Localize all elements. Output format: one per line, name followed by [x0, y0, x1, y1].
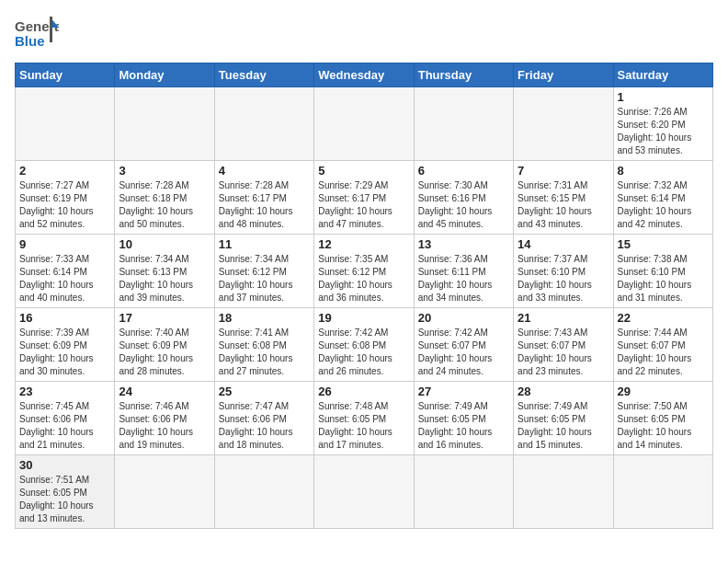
day-number: 9: [19, 237, 110, 251]
day-info: Sunrise: 7:42 AM Sunset: 6:07 PM Dayligh…: [418, 327, 509, 378]
day-info: Sunrise: 7:50 AM Sunset: 6:05 PM Dayligh…: [618, 400, 709, 452]
weekday-header-thursday: Thursday: [414, 63, 513, 87]
day-number: 6: [418, 164, 509, 178]
weekday-header-friday: Friday: [514, 63, 613, 87]
day-number: 22: [618, 311, 709, 325]
day-info: Sunrise: 7:29 AM Sunset: 6:17 PM Dayligh…: [318, 179, 409, 231]
day-number: 28: [518, 385, 609, 398]
day-number: 13: [418, 237, 509, 251]
calendar-cell: 10Sunrise: 7:34 AM Sunset: 6:13 PM Dayli…: [115, 235, 214, 308]
day-info: Sunrise: 7:26 AM Sunset: 6:20 PM Dayligh…: [618, 106, 709, 157]
day-info: Sunrise: 7:44 AM Sunset: 6:07 PM Dayligh…: [618, 327, 709, 378]
calendar-cell: [115, 87, 214, 161]
day-number: 5: [318, 164, 409, 178]
calendar-cell: 22Sunrise: 7:44 AM Sunset: 6:07 PM Dayli…: [613, 308, 712, 382]
day-number: 7: [518, 164, 609, 178]
day-number: 27: [418, 385, 509, 398]
day-info: Sunrise: 7:38 AM Sunset: 6:10 PM Dayligh…: [618, 253, 709, 304]
calendar-cell: [414, 87, 513, 161]
day-number: 4: [219, 164, 310, 178]
calendar-cell: 8Sunrise: 7:32 AM Sunset: 6:14 PM Daylig…: [613, 161, 712, 235]
calendar-cell: [314, 455, 414, 529]
calendar-cell: 7Sunrise: 7:31 AM Sunset: 6:15 PM Daylig…: [514, 161, 613, 235]
day-info: Sunrise: 7:36 AM Sunset: 6:11 PM Dayligh…: [418, 253, 509, 304]
calendar-week-row: 30Sunrise: 7:51 AM Sunset: 6:05 PM Dayli…: [16, 455, 713, 529]
day-info: Sunrise: 7:48 AM Sunset: 6:05 PM Dayligh…: [318, 400, 409, 452]
calendar-cell: [214, 455, 313, 529]
weekday-header-sunday: Sunday: [16, 63, 115, 87]
day-info: Sunrise: 7:47 AM Sunset: 6:06 PM Dayligh…: [219, 400, 310, 452]
day-number: 12: [318, 237, 409, 251]
calendar-cell: 4Sunrise: 7:28 AM Sunset: 6:17 PM Daylig…: [214, 161, 313, 235]
day-number: 15: [618, 237, 709, 251]
calendar-cell: 2Sunrise: 7:27 AM Sunset: 6:19 PM Daylig…: [16, 161, 115, 235]
calendar-cell: [314, 87, 414, 161]
calendar-cell: [514, 455, 613, 529]
calendar-table: SundayMondayTuesdayWednesdayThursdayFrid…: [15, 63, 713, 529]
calendar-week-row: 16Sunrise: 7:39 AM Sunset: 6:09 PM Dayli…: [16, 308, 713, 382]
svg-rect-3: [50, 17, 52, 42]
calendar-week-row: 9Sunrise: 7:33 AM Sunset: 6:14 PM Daylig…: [16, 235, 713, 308]
day-info: Sunrise: 7:49 AM Sunset: 6:05 PM Dayligh…: [518, 400, 609, 452]
calendar-cell: 13Sunrise: 7:36 AM Sunset: 6:11 PM Dayli…: [414, 235, 513, 308]
calendar-week-row: 2Sunrise: 7:27 AM Sunset: 6:19 PM Daylig…: [16, 161, 713, 235]
weekday-header-row: SundayMondayTuesdayWednesdayThursdayFrid…: [16, 63, 713, 87]
day-number: 10: [119, 237, 210, 251]
logo: General Blue: [15, 15, 61, 55]
calendar-cell: [514, 87, 613, 161]
day-info: Sunrise: 7:45 AM Sunset: 6:06 PM Dayligh…: [19, 400, 110, 452]
calendar-cell: 20Sunrise: 7:42 AM Sunset: 6:07 PM Dayli…: [414, 308, 513, 382]
calendar-cell: 15Sunrise: 7:38 AM Sunset: 6:10 PM Dayli…: [613, 235, 712, 308]
day-info: Sunrise: 7:46 AM Sunset: 6:06 PM Dayligh…: [119, 400, 210, 452]
calendar-cell: 16Sunrise: 7:39 AM Sunset: 6:09 PM Dayli…: [16, 308, 115, 382]
day-number: 23: [19, 385, 110, 398]
day-number: 8: [618, 164, 709, 178]
day-info: Sunrise: 7:34 AM Sunset: 6:12 PM Dayligh…: [219, 253, 310, 304]
day-info: Sunrise: 7:42 AM Sunset: 6:08 PM Dayligh…: [318, 327, 409, 378]
day-info: Sunrise: 7:34 AM Sunset: 6:13 PM Dayligh…: [119, 253, 210, 304]
calendar-cell: 29Sunrise: 7:50 AM Sunset: 6:05 PM Dayli…: [613, 382, 712, 455]
weekday-header-saturday: Saturday: [613, 63, 712, 87]
day-number: 30: [19, 458, 110, 472]
day-info: Sunrise: 7:30 AM Sunset: 6:16 PM Dayligh…: [418, 179, 509, 231]
day-info: Sunrise: 7:31 AM Sunset: 6:15 PM Dayligh…: [518, 179, 609, 231]
day-info: Sunrise: 7:51 AM Sunset: 6:05 PM Dayligh…: [19, 474, 110, 525]
day-info: Sunrise: 7:37 AM Sunset: 6:10 PM Dayligh…: [518, 253, 609, 304]
day-number: 29: [618, 385, 709, 398]
day-info: Sunrise: 7:40 AM Sunset: 6:09 PM Dayligh…: [119, 327, 210, 378]
calendar-cell: 19Sunrise: 7:42 AM Sunset: 6:08 PM Dayli…: [314, 308, 414, 382]
day-info: Sunrise: 7:32 AM Sunset: 6:14 PM Dayligh…: [618, 179, 709, 231]
calendar-cell: 3Sunrise: 7:28 AM Sunset: 6:18 PM Daylig…: [115, 161, 214, 235]
calendar-cell: 27Sunrise: 7:49 AM Sunset: 6:05 PM Dayli…: [414, 382, 513, 455]
calendar-cell: 5Sunrise: 7:29 AM Sunset: 6:17 PM Daylig…: [314, 161, 414, 235]
calendar-cell: 9Sunrise: 7:33 AM Sunset: 6:14 PM Daylig…: [16, 235, 115, 308]
day-number: 18: [219, 311, 310, 325]
day-info: Sunrise: 7:27 AM Sunset: 6:19 PM Dayligh…: [19, 179, 110, 231]
day-info: Sunrise: 7:35 AM Sunset: 6:12 PM Dayligh…: [318, 253, 409, 304]
calendar-week-row: 23Sunrise: 7:45 AM Sunset: 6:06 PM Dayli…: [16, 382, 713, 455]
day-info: Sunrise: 7:43 AM Sunset: 6:07 PM Dayligh…: [518, 327, 609, 378]
calendar-cell: [16, 87, 115, 161]
day-info: Sunrise: 7:39 AM Sunset: 6:09 PM Dayligh…: [19, 327, 110, 378]
day-info: Sunrise: 7:49 AM Sunset: 6:05 PM Dayligh…: [418, 400, 509, 452]
weekday-header-monday: Monday: [115, 63, 214, 87]
calendar-cell: 24Sunrise: 7:46 AM Sunset: 6:06 PM Dayli…: [115, 382, 214, 455]
day-number: 14: [518, 237, 609, 251]
calendar-cell: 14Sunrise: 7:37 AM Sunset: 6:10 PM Dayli…: [514, 235, 613, 308]
calendar-cell: 12Sunrise: 7:35 AM Sunset: 6:12 PM Dayli…: [314, 235, 414, 308]
calendar-cell: [613, 455, 712, 529]
day-info: Sunrise: 7:41 AM Sunset: 6:08 PM Dayligh…: [219, 327, 310, 378]
weekday-header-wednesday: Wednesday: [314, 63, 414, 87]
calendar-cell: 18Sunrise: 7:41 AM Sunset: 6:08 PM Dayli…: [214, 308, 313, 382]
day-number: 25: [219, 385, 310, 398]
weekday-header-tuesday: Tuesday: [214, 63, 313, 87]
day-number: 16: [19, 311, 110, 325]
svg-text:Blue: Blue: [15, 33, 45, 49]
day-info: Sunrise: 7:28 AM Sunset: 6:18 PM Dayligh…: [119, 179, 210, 231]
day-number: 20: [418, 311, 509, 325]
calendar-week-row: 1Sunrise: 7:26 AM Sunset: 6:20 PM Daylig…: [16, 87, 713, 161]
calendar-cell: [214, 87, 313, 161]
day-number: 24: [119, 385, 210, 398]
page: General Blue SundayMondayTuesdayWednesda…: [0, 0, 728, 544]
calendar-cell: 17Sunrise: 7:40 AM Sunset: 6:09 PM Dayli…: [115, 308, 214, 382]
